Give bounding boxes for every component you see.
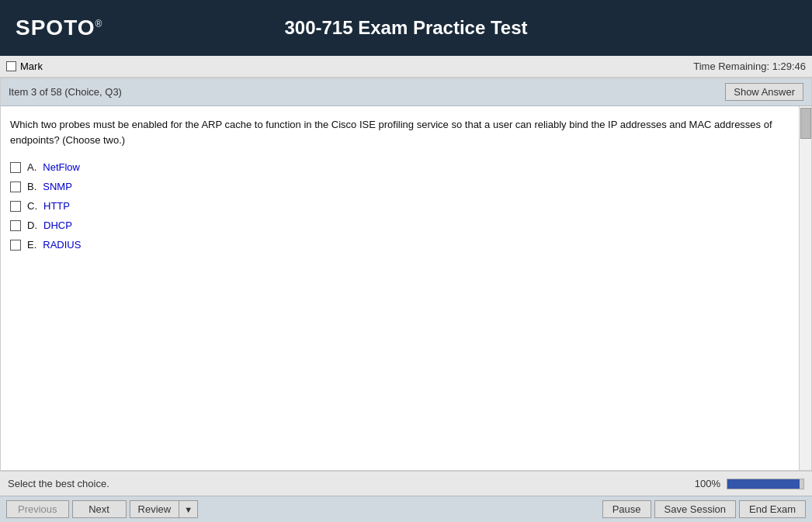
footer-left: Previous Next Review ▼ — [6, 500, 198, 518]
option-item[interactable]: A.NetFlow — [10, 161, 802, 173]
scrollbar-track[interactable] — [799, 106, 811, 470]
option-checkbox-c[interactable] — [10, 201, 21, 212]
option-letter: B. — [27, 181, 36, 192]
logo: SPOTO® — [16, 16, 102, 40]
show-answer-button[interactable]: Show Answer — [725, 83, 803, 101]
logo-text: SPOTO — [16, 16, 95, 40]
progress-bar-fill — [727, 479, 800, 489]
progress-percent: 100% — [695, 478, 720, 489]
option-checkbox-a[interactable] — [10, 162, 21, 173]
footer-nav: Previous Next Review ▼ Pause Save Sessio… — [0, 496, 812, 522]
save-session-button[interactable]: Save Session — [654, 500, 737, 518]
logo-sup: ® — [95, 19, 103, 29]
question-body: Which two probes must be enabled for the… — [1, 106, 811, 470]
option-text: SNMP — [43, 181, 72, 192]
option-letter: A. — [27, 161, 36, 173]
option-letter: D. — [27, 220, 37, 231]
option-checkbox-d[interactable] — [10, 220, 21, 231]
instruction-bar: Select the best choice. 100% — [0, 471, 812, 496]
pause-button[interactable]: Pause — [602, 500, 651, 518]
time-value: 1:29:46 — [772, 60, 806, 72]
mark-bar: Mark Time Remaining: 1:29:46 — [0, 56, 812, 78]
progress-bar-container — [727, 479, 804, 489]
option-item[interactable]: B.SNMP — [10, 181, 802, 192]
end-exam-button[interactable]: End Exam — [739, 500, 806, 518]
option-item[interactable]: D.DHCP — [10, 220, 802, 231]
option-text: DHCP — [43, 220, 72, 231]
content-area: Item 3 of 58 (Choice, Q3) Show Answer Wh… — [0, 78, 812, 471]
mark-checkbox[interactable] — [6, 61, 16, 71]
time-label: Time Remaining: — [693, 60, 769, 72]
question-meta: Item 3 of 58 (Choice, Q3) — [9, 86, 122, 98]
option-checkbox-b[interactable] — [10, 181, 21, 192]
time-remaining: Time Remaining: 1:29:46 — [693, 60, 806, 72]
review-button-group: Review ▼ — [130, 500, 199, 518]
footer-right: Pause Save Session End Exam — [602, 500, 806, 518]
option-letter: E. — [27, 239, 36, 251]
options-list: A.NetFlowB.SNMPC.HTTPD.DHCPE.RADIUS — [10, 161, 802, 251]
instruction-text: Select the best choice. — [8, 478, 109, 489]
question-text: Which two probes must be enabled for the… — [10, 117, 802, 147]
option-item[interactable]: E.RADIUS — [10, 239, 802, 251]
option-letter: C. — [27, 200, 37, 212]
option-text: HTTP — [43, 200, 70, 212]
review-dropdown-arrow[interactable]: ▼ — [179, 500, 198, 518]
mark-label[interactable]: Mark — [6, 60, 43, 72]
next-button[interactable]: Next — [72, 500, 127, 518]
option-text: RADIUS — [43, 239, 81, 251]
option-checkbox-e[interactable] — [10, 240, 21, 251]
question-header: Item 3 of 58 (Choice, Q3) Show Answer — [1, 78, 811, 106]
mark-text: Mark — [20, 60, 43, 72]
previous-button[interactable]: Previous — [6, 500, 69, 518]
option-item[interactable]: C.HTTP — [10, 200, 802, 212]
page-title: 300-715 Exam Practice Test — [284, 17, 527, 39]
header: SPOTO® 300-715 Exam Practice Test — [0, 0, 812, 56]
review-button[interactable]: Review — [130, 500, 179, 518]
progress-area: 100% — [695, 478, 804, 489]
option-text: NetFlow — [43, 161, 80, 173]
scrollbar-thumb[interactable] — [800, 108, 811, 139]
